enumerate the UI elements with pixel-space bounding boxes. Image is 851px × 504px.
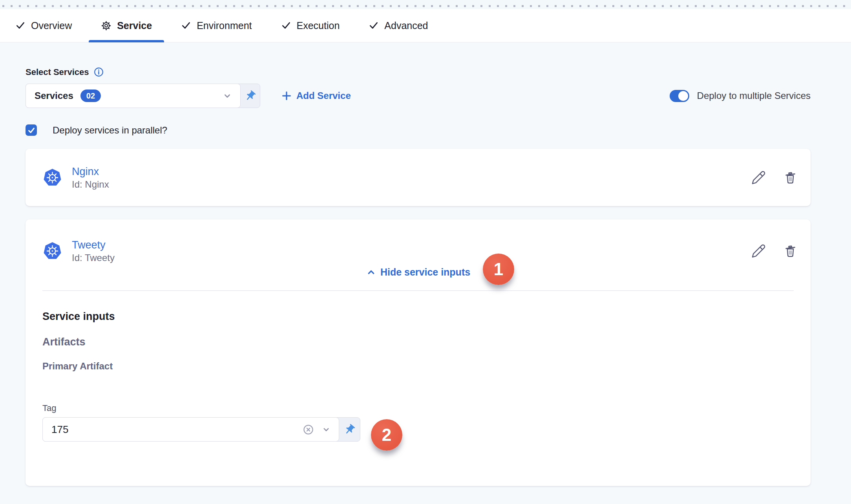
- runtime-input-pin-button[interactable]: [339, 418, 360, 441]
- section-divider: [42, 290, 794, 291]
- active-tab-underline: [89, 40, 164, 42]
- check-icon: [369, 20, 379, 31]
- artifacts-title: Artifacts: [42, 336, 794, 348]
- add-service-label: Add Service: [296, 90, 351, 101]
- tab-advanced[interactable]: Advanced: [354, 9, 442, 42]
- delete-service-button[interactable]: [783, 170, 798, 185]
- kubernetes-icon: [43, 242, 62, 260]
- services-dropdown-field[interactable]: Services 02: [26, 84, 241, 108]
- chevron-up-icon: [366, 267, 376, 278]
- primary-artifact-title: Primary Artifact: [42, 361, 794, 372]
- deploy-multiple-label: Deploy to multiple Services: [697, 90, 811, 101]
- service-id-text: Id: Nginx: [72, 178, 109, 190]
- chevron-down-icon[interactable]: [321, 424, 332, 435]
- services-dropdown-value: Services: [35, 90, 73, 101]
- info-icon[interactable]: [93, 67, 104, 77]
- tab-label: Advanced: [384, 20, 428, 31]
- parallel-deploy-label: Deploy services in parallel?: [53, 125, 167, 136]
- check-icon: [15, 20, 26, 31]
- tab-execution[interactable]: Execution: [267, 9, 354, 42]
- clear-input-icon[interactable]: [302, 424, 314, 436]
- pin-icon: [244, 90, 256, 102]
- check-icon: [281, 20, 291, 31]
- delete-service-button[interactable]: [783, 244, 798, 258]
- parallel-deploy-checkbox[interactable]: [26, 124, 37, 136]
- select-services-label: Select Services: [26, 67, 89, 77]
- pin-icon: [343, 424, 356, 436]
- stage-tabbar: Overview Service Envi: [0, 9, 851, 42]
- plus-icon: [281, 90, 292, 102]
- runtime-input-pin-button[interactable]: [240, 84, 260, 108]
- top-dotted-strip: [0, 0, 851, 9]
- edit-service-button[interactable]: [751, 170, 766, 185]
- dotted-border: [2, 5, 851, 7]
- services-dropdown: Services 02: [26, 84, 260, 108]
- service-config-page: Overview Service Envi: [0, 0, 851, 504]
- service-name-link[interactable]: Nginx: [72, 165, 109, 178]
- tab-overview[interactable]: Overview: [1, 9, 86, 42]
- annotation-badge-1: 1: [483, 254, 514, 285]
- tab-label: Execution: [297, 20, 340, 31]
- tag-input-group: [42, 417, 360, 442]
- edit-service-button[interactable]: [751, 244, 766, 258]
- chevron-down-icon[interactable]: [221, 90, 233, 102]
- tab-service[interactable]: Service: [86, 9, 166, 42]
- tag-field-label: Tag: [42, 403, 794, 413]
- check-icon: [181, 20, 191, 31]
- hide-service-inputs-label: Hide service inputs: [380, 267, 470, 278]
- service-name-link[interactable]: Tweety: [72, 238, 115, 252]
- service-card-nginx: Nginx Id: Nginx: [26, 149, 811, 206]
- add-service-button[interactable]: Add Service: [281, 90, 351, 102]
- gear-icon: [101, 20, 111, 31]
- hide-service-inputs-link[interactable]: Hide service inputs: [26, 265, 811, 279]
- tab-label: Overview: [31, 20, 72, 31]
- service-inputs-title: Service inputs: [42, 310, 794, 323]
- tab-environment[interactable]: Environment: [166, 9, 266, 42]
- tab-label: Environment: [197, 20, 252, 31]
- toggle-knob: [678, 91, 688, 101]
- tab-label: Service: [117, 20, 152, 31]
- tag-input[interactable]: [51, 424, 302, 436]
- service-id-text: Id: Tweety: [72, 252, 115, 264]
- services-count-badge: 02: [80, 89, 101, 102]
- kubernetes-icon: [43, 168, 62, 187]
- annotation-badge-2: 2: [371, 419, 402, 451]
- service-card-tweety: Tweety Id: Tweety: [26, 219, 811, 486]
- service-tab-content: Select Services Services 02: [0, 67, 851, 486]
- deploy-multiple-toggle[interactable]: [670, 90, 689, 102]
